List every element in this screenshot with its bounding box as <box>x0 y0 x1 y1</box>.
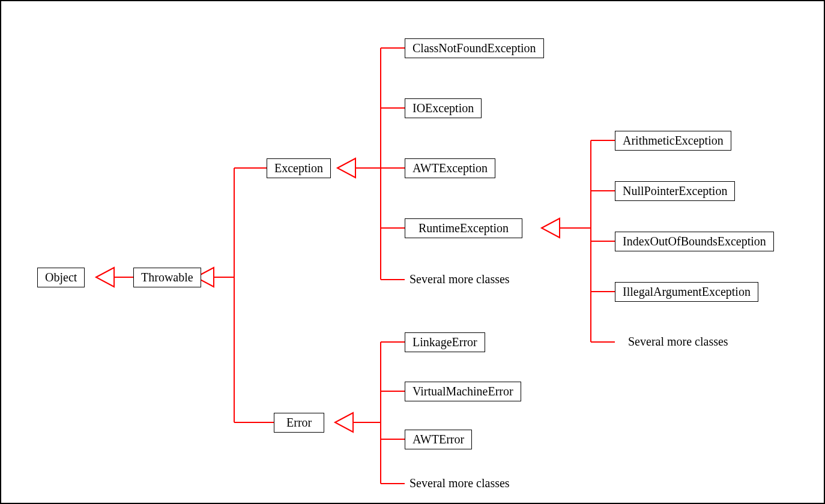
inheritance-arrow <box>335 413 353 432</box>
class-label: Throwable <box>141 271 193 284</box>
class-node-classnotfoundexception: ClassNotFoundException <box>405 38 544 58</box>
class-node-indexoutofboundsexception: IndexOutOfBoundsException <box>615 232 774 251</box>
class-label: Object <box>45 271 77 284</box>
several-more-label-runtime: Several more classes <box>628 335 728 349</box>
class-node-awtexception: AWTException <box>405 158 495 178</box>
connectors-layer <box>1 1 825 504</box>
class-label: VirtualMachineError <box>412 385 513 398</box>
several-more-label-error: Several more classes <box>409 476 510 490</box>
inheritance-arrow <box>337 158 355 178</box>
class-label: RuntimeException <box>419 221 509 235</box>
class-label: IOException <box>412 101 474 115</box>
class-node-ioexception: IOException <box>405 98 482 118</box>
class-node-error: Error <box>274 413 324 433</box>
class-node-awterror: AWTError <box>405 430 472 449</box>
inheritance-arrow <box>542 218 560 238</box>
class-label: Exception <box>274 161 323 175</box>
class-node-exception: Exception <box>267 158 331 178</box>
class-node-throwable: Throwable <box>133 268 201 287</box>
class-node-virtualmachineerror: VirtualMachineError <box>405 382 521 401</box>
class-node-arithmeticexception: ArithmeticException <box>615 131 731 151</box>
class-label: LinkageError <box>412 335 477 349</box>
class-label: IndexOutOfBoundsException <box>623 235 766 248</box>
class-node-object: Object <box>37 268 85 287</box>
class-label: NullPointerException <box>623 184 727 197</box>
class-label: AWTException <box>412 161 488 175</box>
diagram-canvas: Object Throwable Exception Error ClassNo… <box>0 0 825 504</box>
class-node-nullpointerexception: NullPointerException <box>615 181 735 201</box>
class-label: Error <box>286 416 312 429</box>
several-more-label-exception: Several more classes <box>409 272 510 286</box>
class-node-linkageerror: LinkageError <box>405 332 485 352</box>
class-label: ArithmeticException <box>623 134 724 147</box>
class-node-runtimeexception: RuntimeException <box>405 218 522 238</box>
class-node-illegalargumentexception: IllegalArgumentException <box>615 282 758 302</box>
class-label: ClassNotFoundException <box>412 41 536 55</box>
inheritance-arrow <box>96 268 114 287</box>
class-label: AWTError <box>412 433 464 446</box>
class-label: IllegalArgumentException <box>623 285 751 298</box>
